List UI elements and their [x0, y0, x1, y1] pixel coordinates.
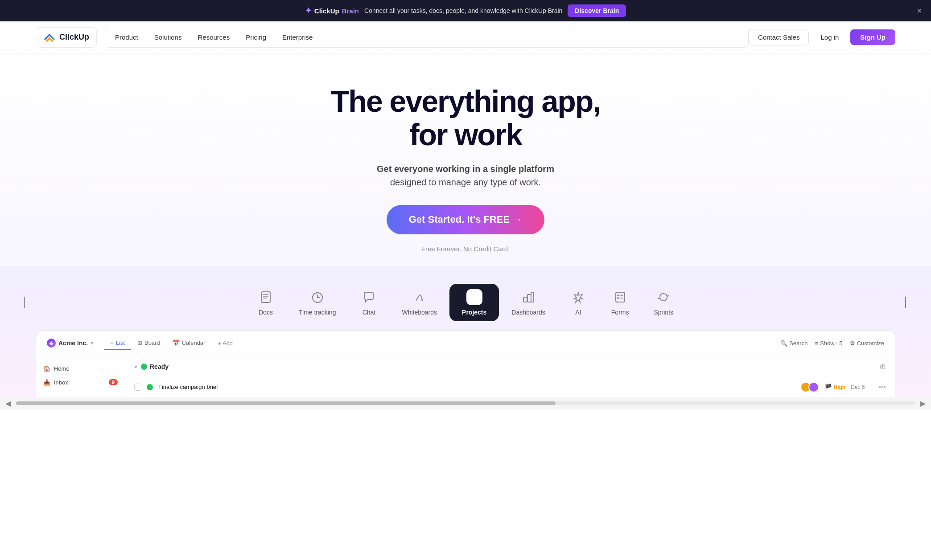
- tab-forms[interactable]: Forms: [599, 284, 642, 321]
- clickup-logo-icon: [43, 31, 56, 44]
- clickup-logo-text: ClickUp: [59, 33, 89, 42]
- sparkle-icon: ✦: [305, 6, 312, 16]
- tab-docs[interactable]: Docs: [245, 284, 286, 321]
- tab-forms-label: Forms: [611, 309, 629, 316]
- tab-projects[interactable]: Projects: [449, 284, 499, 321]
- tabs-right-arrow[interactable]: │: [899, 293, 914, 312]
- login-button[interactable]: Log in: [813, 29, 846, 45]
- search-label: Search: [789, 340, 807, 347]
- tab-ai[interactable]: AI: [558, 284, 599, 321]
- scroll-right-button[interactable]: ▶: [919, 399, 927, 408]
- svg-rect-11: [527, 294, 531, 302]
- preview-header: Acme Inc. ▾ ≡ List ⊞ Board 📅 Calendar + …: [36, 331, 895, 356]
- tab-docs-label: Docs: [259, 309, 273, 316]
- features-tabs: │ Docs Time tracking Chat Whiteboards: [0, 284, 931, 330]
- ready-add-button[interactable]: ⊕: [879, 362, 886, 372]
- banner-clickup-text: ClickUp: [314, 7, 339, 15]
- tab-whiteboards[interactable]: Whiteboards: [389, 284, 449, 321]
- ready-status-dot: [141, 364, 147, 370]
- scroll-left-button[interactable]: ◀: [4, 399, 12, 408]
- navbar: ClickUp Product Solutions Resources Pric…: [0, 21, 931, 53]
- preview-body: 🏠 Home 📥 Inbox 9 ▾ Ready ⊕: [36, 356, 895, 397]
- discover-brain-button[interactable]: Discover Brain: [568, 4, 626, 17]
- hero-section: The everything app, for work Get everyon…: [0, 53, 931, 266]
- inbox-badge: 9: [109, 379, 118, 385]
- whiteboards-icon: [412, 289, 428, 305]
- signup-button[interactable]: Sign Up: [850, 29, 895, 45]
- task-name: Finalize campaign brief: [158, 384, 795, 390]
- scroll-container: ◀ ▶: [0, 397, 931, 409]
- ai-icon: [570, 289, 586, 305]
- tab-dashboards[interactable]: Dashboards: [499, 284, 558, 321]
- svg-rect-13: [616, 292, 625, 302]
- ready-badge: Ready: [141, 363, 169, 370]
- preview-sidebar: 🏠 Home 📥 Inbox 9: [36, 356, 125, 397]
- tab-chat-label: Chat: [363, 309, 376, 316]
- tab-sprints-label: Sprints: [654, 309, 673, 316]
- sidebar-item-home[interactable]: 🏠 Home: [36, 362, 125, 376]
- cta-button[interactable]: Get Started. It's FREE →: [387, 205, 545, 234]
- show-icon: ≡: [815, 340, 818, 347]
- svg-point-16: [617, 297, 619, 299]
- dashboards-icon: [520, 289, 536, 305]
- ready-chevron-icon: ▾: [134, 363, 137, 370]
- task-priority: 🏴 High: [824, 384, 846, 391]
- add-view-button[interactable]: + Add: [211, 337, 239, 349]
- scroll-bar[interactable]: [16, 401, 915, 405]
- customize-label: Customize: [857, 340, 884, 347]
- task-checkbox[interactable]: [134, 384, 141, 391]
- logo-container[interactable]: ClickUp: [36, 27, 97, 48]
- nav-solutions[interactable]: Solutions: [147, 30, 189, 45]
- task-date: Dec 6: [851, 384, 873, 390]
- hero-subtitle: Get everyone working in a single platfor…: [9, 162, 922, 189]
- scroll-thumb: [16, 401, 556, 405]
- sidebar-item-inbox[interactable]: 📥 Inbox 9: [36, 376, 125, 389]
- workspace-label: Acme Inc.: [58, 339, 88, 347]
- preview-main: ▾ Ready ⊕ Finalize campaign brief: [125, 356, 895, 397]
- add-view-label: + Add: [218, 340, 233, 347]
- banner-description: Connect all your tasks, docs, people, an…: [364, 7, 562, 14]
- task-status-icon: [147, 384, 153, 390]
- top-banner: ✦ ClickUp Brain Connect all your tasks, …: [0, 0, 931, 21]
- task-more-button[interactable]: •••: [878, 383, 886, 391]
- customize-action[interactable]: ⚙ Customize: [850, 340, 884, 347]
- nav-resources[interactable]: Resources: [190, 30, 237, 45]
- svg-marker-18: [49, 341, 54, 346]
- show-action[interactable]: ≡ Show · 5: [815, 340, 842, 347]
- view-tabs: ≡ List ⊞ Board 📅 Calendar + Add: [104, 337, 239, 350]
- nav-enterprise[interactable]: Enterprise: [275, 30, 320, 45]
- view-tab-board[interactable]: ⊞ Board: [131, 337, 166, 350]
- tab-sprints[interactable]: Sprints: [641, 284, 686, 321]
- search-icon: 🔍: [780, 340, 787, 347]
- view-tab-list[interactable]: ≡ List: [104, 337, 131, 350]
- hero-heading-line2: for work: [409, 118, 522, 151]
- nav-pricing[interactable]: Pricing: [239, 30, 273, 45]
- tab-chat[interactable]: Chat: [348, 284, 389, 321]
- calendar-icon: 📅: [173, 339, 180, 346]
- tab-ai-label: AI: [575, 309, 581, 316]
- table-row[interactable]: Finalize campaign brief 🏴 High Dec 6 •••: [125, 377, 895, 397]
- hero-subtitle-bold: Get everyone working in a single platfor…: [377, 164, 554, 174]
- hero-heading-line1: The everything app,: [331, 84, 600, 118]
- ready-row: ▾ Ready ⊕: [125, 356, 895, 377]
- workspace-name[interactable]: Acme Inc. ▾: [47, 339, 93, 347]
- board-icon: ⊞: [137, 339, 142, 346]
- priority-label: High: [834, 384, 846, 390]
- show-label: Show · 5: [820, 340, 843, 347]
- nav-product[interactable]: Product: [108, 30, 145, 45]
- list-icon: ≡: [110, 339, 114, 346]
- sprints-icon: [655, 289, 671, 305]
- svg-rect-10: [523, 297, 527, 302]
- forms-icon: [612, 289, 628, 305]
- home-label: Home: [54, 365, 70, 372]
- features-section: │ Docs Time tracking Chat Whiteboards: [0, 266, 931, 409]
- search-action[interactable]: 🔍 Search: [780, 340, 807, 347]
- free-forever-text: Free Forever. No Credit Card.: [9, 245, 922, 253]
- home-icon: 🏠: [43, 365, 50, 372]
- close-banner-button[interactable]: ×: [917, 6, 922, 16]
- view-tab-calendar[interactable]: 📅 Calendar: [166, 337, 212, 350]
- tab-time-tracking[interactable]: Time tracking: [286, 284, 349, 321]
- ready-label: Ready: [150, 363, 169, 370]
- contact-sales-button[interactable]: Contact Sales: [749, 29, 809, 45]
- tabs-left-arrow[interactable]: │: [18, 293, 33, 312]
